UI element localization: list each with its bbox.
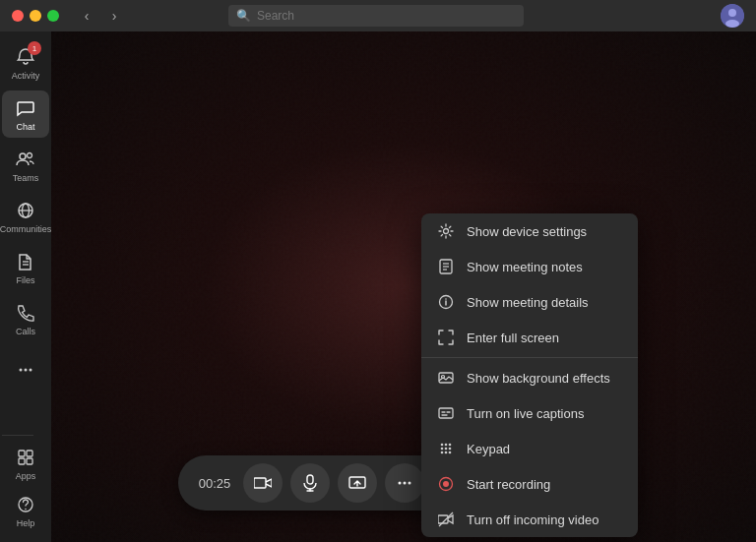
background-icon bbox=[437, 369, 455, 387]
record-icon bbox=[437, 475, 455, 493]
minimize-button[interactable] bbox=[30, 10, 41, 22]
main-content: Show device settings Show meeting notes bbox=[51, 31, 756, 542]
calls-icon bbox=[14, 301, 37, 325]
menu-item-enter-full-screen-label: Enter full screen bbox=[467, 331, 559, 345]
sidebar-item-teams-label: Teams bbox=[13, 173, 39, 183]
sidebar-item-files-label: Files bbox=[16, 275, 34, 285]
traffic-lights bbox=[12, 10, 59, 22]
sidebar-item-apps-label: Apps bbox=[16, 471, 36, 481]
sidebar-item-calls[interactable]: Calls bbox=[2, 295, 49, 342]
share-screen-button[interactable] bbox=[338, 463, 377, 503]
activity-badge: 1 bbox=[28, 41, 41, 55]
menu-item-show-device-settings[interactable]: Show device settings bbox=[421, 213, 638, 249]
svg-point-39 bbox=[441, 452, 444, 454]
menu-item-turn-on-live-captions-label: Turn on live captions bbox=[467, 406, 584, 421]
menu-item-enter-full-screen[interactable]: Enter full screen bbox=[421, 320, 638, 355]
sidebar-item-more[interactable] bbox=[2, 346, 49, 393]
more-icon bbox=[14, 358, 37, 382]
chat-icon bbox=[14, 96, 37, 120]
svg-point-18 bbox=[25, 509, 27, 511]
menu-item-show-device-settings-label: Show device settings bbox=[467, 224, 587, 239]
menu-item-keypad-label: Keypad bbox=[467, 442, 510, 456]
search-input[interactable] bbox=[257, 9, 516, 23]
sidebar-item-calls-label: Calls bbox=[16, 327, 35, 336]
menu-item-show-background-effects[interactable]: Show background effects bbox=[421, 360, 638, 395]
svg-point-34 bbox=[445, 444, 448, 447]
svg-rect-14 bbox=[27, 451, 32, 456]
keypad-icon bbox=[437, 440, 455, 457]
menu-item-show-meeting-notes[interactable]: Show meeting notes bbox=[421, 249, 638, 284]
svg-point-36 bbox=[441, 448, 444, 451]
menu-item-turn-on-live-captions[interactable]: Turn on live captions bbox=[421, 395, 638, 431]
menu-item-turn-off-incoming-video[interactable]: Turn off incoming video bbox=[421, 502, 638, 537]
svg-point-12 bbox=[30, 369, 32, 372]
svg-rect-13 bbox=[19, 451, 25, 456]
svg-point-11 bbox=[25, 369, 28, 372]
sidebar-item-files[interactable]: Files bbox=[2, 244, 49, 291]
sidebar-item-apps[interactable]: Apps bbox=[2, 440, 49, 487]
search-bar[interactable]: 🔍 bbox=[228, 5, 524, 27]
menu-item-show-meeting-details[interactable]: Show meeting details bbox=[421, 284, 638, 320]
apps-icon bbox=[14, 446, 37, 469]
sidebar-item-activity-label: Activity bbox=[12, 71, 40, 81]
menu-item-start-recording-label: Start recording bbox=[467, 477, 550, 492]
sidebar-item-chat-label: Chat bbox=[16, 122, 34, 132]
svg-point-37 bbox=[445, 448, 448, 451]
svg-point-51 bbox=[409, 482, 411, 485]
menu-item-show-meeting-notes-label: Show meeting notes bbox=[467, 260, 583, 274]
svg-rect-45 bbox=[307, 475, 313, 484]
menu-item-show-background-effects-label: Show background effects bbox=[467, 371, 610, 386]
teams-icon bbox=[14, 148, 37, 171]
svg-point-10 bbox=[20, 369, 23, 372]
svg-rect-16 bbox=[27, 458, 32, 464]
context-menu: Show device settings Show meeting notes bbox=[421, 213, 638, 537]
more-options-button[interactable] bbox=[385, 463, 424, 503]
sidebar-item-communities-label: Communities bbox=[0, 224, 51, 234]
communities-icon bbox=[14, 199, 37, 222]
avatar[interactable] bbox=[721, 4, 744, 28]
sidebar-item-chat[interactable]: Chat bbox=[2, 90, 49, 138]
fullscreen-icon bbox=[437, 329, 455, 346]
svg-point-33 bbox=[441, 444, 444, 447]
sidebar-item-teams[interactable]: Teams bbox=[2, 142, 49, 189]
sidebar-item-help-label: Help bbox=[17, 518, 35, 528]
svg-point-49 bbox=[399, 482, 402, 485]
files-icon bbox=[14, 250, 37, 273]
info-icon bbox=[437, 293, 455, 311]
sidebar-item-communities[interactable]: Communities bbox=[2, 193, 49, 240]
svg-point-38 bbox=[449, 448, 452, 451]
gear-icon bbox=[437, 222, 455, 240]
svg-point-2 bbox=[725, 20, 739, 28]
svg-line-44 bbox=[439, 512, 453, 526]
sidebar-item-help[interactable]: Help bbox=[2, 487, 49, 534]
menu-item-show-meeting-details-label: Show meeting details bbox=[467, 295, 589, 310]
sidebar: 1 Activity Chat Teams bbox=[0, 31, 51, 542]
sidebar-divider bbox=[2, 435, 33, 436]
video-off-icon bbox=[437, 511, 455, 528]
svg-point-50 bbox=[404, 482, 407, 485]
svg-point-19 bbox=[444, 229, 449, 234]
sidebar-bottom: Apps Help bbox=[2, 431, 49, 534]
menu-divider-1 bbox=[421, 357, 638, 358]
back-button[interactable]: ‹ bbox=[75, 4, 98, 28]
menu-item-turn-off-incoming-video-label: Turn off incoming video bbox=[467, 512, 598, 527]
menu-item-keypad[interactable]: Keypad bbox=[421, 431, 638, 466]
svg-rect-15 bbox=[19, 458, 25, 464]
svg-point-40 bbox=[445, 452, 448, 454]
sidebar-item-activity[interactable]: 1 Activity bbox=[2, 39, 49, 87]
svg-point-41 bbox=[449, 452, 452, 454]
app-layout: 1 Activity Chat Teams bbox=[0, 31, 756, 542]
menu-item-start-recording[interactable]: Start recording bbox=[421, 466, 638, 502]
captions-icon bbox=[437, 404, 455, 422]
titlebar: ‹ › 🔍 bbox=[0, 0, 756, 31]
microphone-button[interactable] bbox=[290, 463, 330, 503]
svg-point-26 bbox=[445, 298, 447, 300]
nav-buttons: ‹ › bbox=[75, 4, 126, 28]
activity-icon: 1 bbox=[14, 45, 37, 69]
camera-button[interactable] bbox=[243, 463, 283, 503]
forward-button[interactable]: › bbox=[102, 4, 126, 28]
maximize-button[interactable] bbox=[47, 10, 59, 22]
svg-rect-29 bbox=[439, 408, 453, 418]
svg-point-1 bbox=[728, 9, 736, 17]
close-button[interactable] bbox=[12, 10, 24, 22]
